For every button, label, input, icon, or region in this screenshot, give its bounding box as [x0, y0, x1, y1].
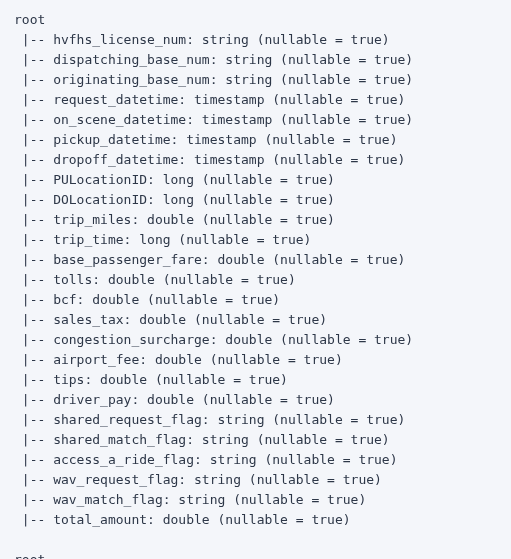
- schema-field-text: on_scene_datetime: timestamp (nullable =…: [53, 110, 413, 130]
- schema-field-text: shared_request_flag: string (nullable = …: [53, 410, 405, 430]
- schema-field-text: bcf: double (nullable = true): [53, 290, 280, 310]
- tree-branch-icon: |--: [14, 150, 53, 170]
- tree-branch-icon: |--: [14, 290, 53, 310]
- schema-field-text: access_a_ride_flag: string (nullable = t…: [53, 450, 397, 470]
- tree-branch-icon: |--: [14, 130, 53, 150]
- schema-field-line: |-- DOLocationID: long (nullable = true): [14, 190, 497, 210]
- tree-branch-icon: |--: [14, 310, 53, 330]
- tree-branch-icon: |--: [14, 170, 53, 190]
- tree-branch-icon: |--: [14, 270, 53, 290]
- tree-branch-icon: |--: [14, 350, 53, 370]
- schema-field-text: pickup_datetime: timestamp (nullable = t…: [53, 130, 397, 150]
- tree-branch-icon: |--: [14, 210, 53, 230]
- schema-field-text: congestion_surcharge: double (nullable =…: [53, 330, 413, 350]
- schema-field-text: tips: double (nullable = true): [53, 370, 288, 390]
- schema-field-line: |-- pickup_datetime: timestamp (nullable…: [14, 130, 497, 150]
- tree-branch-icon: |--: [14, 510, 53, 530]
- schema-field-line: |-- total_amount: double (nullable = tru…: [14, 510, 497, 530]
- schema-field-line: |-- originating_base_num: string (nullab…: [14, 70, 497, 90]
- schema-field-line: |-- airport_fee: double (nullable = true…: [14, 350, 497, 370]
- tree-branch-icon: |--: [14, 370, 53, 390]
- schema-field-line: |-- congestion_surcharge: double (nullab…: [14, 330, 497, 350]
- schema-root-label: root: [14, 550, 497, 559]
- tree-branch-icon: |--: [14, 190, 53, 210]
- schema-field-line: |-- wav_match_flag: string (nullable = t…: [14, 490, 497, 510]
- schema-block: root |-- avgDist: double (nullable = tru…: [14, 550, 497, 559]
- schema-field-text: total_amount: double (nullable = true): [53, 510, 350, 530]
- schema-field-line: |-- tips: double (nullable = true): [14, 370, 497, 390]
- tree-branch-icon: |--: [14, 110, 53, 130]
- schema-field-line: |-- request_datetime: timestamp (nullabl…: [14, 90, 497, 110]
- schema-block: root |-- hvfhs_license_num: string (null…: [14, 10, 497, 530]
- schema-field-text: wav_match_flag: string (nullable = true): [53, 490, 366, 510]
- tree-branch-icon: |--: [14, 230, 53, 250]
- schema-field-line: |-- shared_match_flag: string (nullable …: [14, 430, 497, 450]
- blank-line: [14, 530, 497, 550]
- tree-branch-icon: |--: [14, 330, 53, 350]
- schema-field-text: DOLocationID: long (nullable = true): [53, 190, 335, 210]
- schema-root-label: root: [14, 10, 497, 30]
- schema-output: root |-- hvfhs_license_num: string (null…: [14, 10, 497, 559]
- schema-field-text: dispatching_base_num: string (nullable =…: [53, 50, 413, 70]
- schema-field-text: PULocationID: long (nullable = true): [53, 170, 335, 190]
- schema-field-line: |-- access_a_ride_flag: string (nullable…: [14, 450, 497, 470]
- tree-branch-icon: |--: [14, 30, 53, 50]
- schema-field-line: |-- trip_time: long (nullable = true): [14, 230, 497, 250]
- schema-field-text: sales_tax: double (nullable = true): [53, 310, 327, 330]
- tree-branch-icon: |--: [14, 450, 53, 470]
- schema-field-line: |-- sales_tax: double (nullable = true): [14, 310, 497, 330]
- tree-branch-icon: |--: [14, 390, 53, 410]
- schema-field-line: |-- dropoff_datetime: timestamp (nullabl…: [14, 150, 497, 170]
- schema-field-text: tolls: double (nullable = true): [53, 270, 296, 290]
- schema-field-text: request_datetime: timestamp (nullable = …: [53, 90, 405, 110]
- tree-branch-icon: |--: [14, 470, 53, 490]
- schema-field-text: shared_match_flag: string (nullable = tr…: [53, 430, 390, 450]
- schema-field-text: originating_base_num: string (nullable =…: [53, 70, 413, 90]
- tree-branch-icon: |--: [14, 50, 53, 70]
- schema-field-text: base_passenger_fare: double (nullable = …: [53, 250, 405, 270]
- tree-branch-icon: |--: [14, 70, 53, 90]
- schema-field-text: hvfhs_license_num: string (nullable = tr…: [53, 30, 390, 50]
- schema-field-text: trip_time: long (nullable = true): [53, 230, 311, 250]
- tree-branch-icon: |--: [14, 410, 53, 430]
- schema-field-line: |-- base_passenger_fare: double (nullabl…: [14, 250, 497, 270]
- tree-branch-icon: |--: [14, 430, 53, 450]
- schema-field-line: |-- tolls: double (nullable = true): [14, 270, 497, 290]
- tree-branch-icon: |--: [14, 90, 53, 110]
- tree-branch-icon: |--: [14, 490, 53, 510]
- schema-field-text: driver_pay: double (nullable = true): [53, 390, 335, 410]
- schema-field-line: |-- on_scene_datetime: timestamp (nullab…: [14, 110, 497, 130]
- schema-field-line: |-- PULocationID: long (nullable = true): [14, 170, 497, 190]
- schema-field-line: |-- bcf: double (nullable = true): [14, 290, 497, 310]
- schema-field-text: trip_miles: double (nullable = true): [53, 210, 335, 230]
- schema-field-line: |-- shared_request_flag: string (nullabl…: [14, 410, 497, 430]
- schema-field-text: wav_request_flag: string (nullable = tru…: [53, 470, 382, 490]
- tree-branch-icon: |--: [14, 250, 53, 270]
- schema-field-text: dropoff_datetime: timestamp (nullable = …: [53, 150, 405, 170]
- schema-field-line: |-- dispatching_base_num: string (nullab…: [14, 50, 497, 70]
- schema-field-line: |-- hvfhs_license_num: string (nullable …: [14, 30, 497, 50]
- schema-field-text: airport_fee: double (nullable = true): [53, 350, 343, 370]
- schema-field-line: |-- driver_pay: double (nullable = true): [14, 390, 497, 410]
- schema-field-line: |-- wav_request_flag: string (nullable =…: [14, 470, 497, 490]
- schema-field-line: |-- trip_miles: double (nullable = true): [14, 210, 497, 230]
